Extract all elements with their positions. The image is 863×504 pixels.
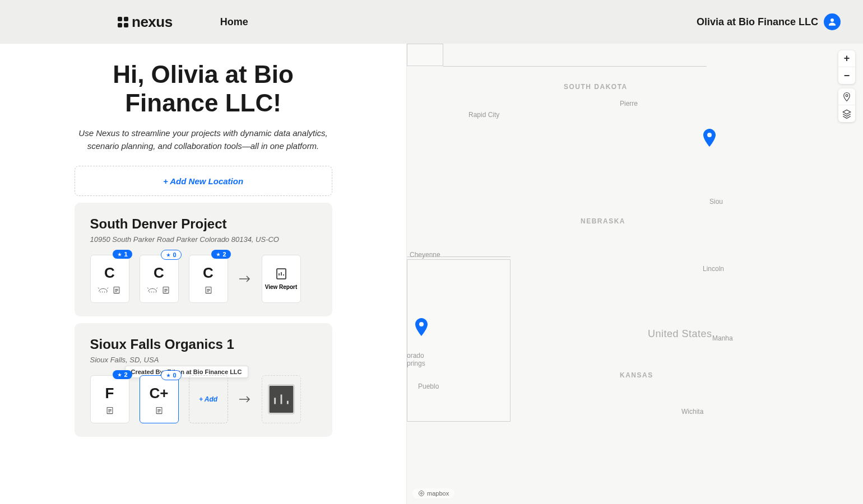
brand-text: nexus	[132, 13, 173, 31]
map-label: KANSAS	[620, 371, 653, 379]
star-badge: 2	[113, 370, 132, 379]
map-pin[interactable]	[415, 318, 428, 336]
grade: C	[104, 264, 115, 282]
map-label: Siou	[709, 198, 723, 206]
grade: C+	[150, 385, 169, 402]
map-label: orado prings	[407, 352, 425, 367]
greeting: Hi, Olivia at Bio Finance LLC!	[75, 60, 332, 117]
report-icon	[111, 286, 122, 294]
map-label: NEBRASKA	[581, 217, 625, 225]
map-attribution[interactable]: mapbox	[412, 488, 454, 498]
cards-row: 1 C 0 C	[90, 255, 317, 303]
arrow-right-icon	[238, 395, 252, 404]
score-card[interactable]: 2 C	[189, 255, 228, 303]
zoom-out-button[interactable]: −	[838, 67, 855, 84]
score-card[interactable]: 1 C	[90, 255, 129, 303]
map-controls: + −	[838, 50, 855, 122]
star-badge: 2	[211, 250, 230, 259]
project-title: Sioux Falls Organics 1	[90, 337, 317, 352]
svg-rect-2	[163, 287, 169, 293]
report-icon	[154, 407, 165, 414]
card-icons	[154, 407, 165, 414]
grade: C	[203, 264, 214, 282]
report-chart-icon	[262, 380, 300, 418]
arrow-right-icon	[238, 274, 252, 283]
nav-home[interactable]: Home	[220, 16, 248, 28]
map[interactable]: SOUTH DAKOTA NEBRASKA KANSAS United Stat…	[406, 44, 863, 504]
project-address: Sioux Falls, SD, USA	[90, 356, 317, 364]
header-user[interactable]: Olivia at Bio Finance LLC	[697, 13, 841, 30]
map-background: SOUTH DAKOTA NEBRASKA KANSAS United Stat…	[407, 44, 863, 504]
avatar-icon[interactable]	[824, 13, 841, 30]
empty-report-card	[262, 375, 301, 423]
report-chart-icon	[275, 267, 288, 281]
svg-rect-6	[156, 407, 162, 413]
cow-icon	[147, 286, 158, 294]
star-badge: 0	[161, 370, 181, 380]
project-card: Sioux Falls Organics 1 Sioux Falls, SD, …	[75, 323, 332, 437]
locate-button[interactable]	[838, 88, 855, 105]
header: nexus Home Olivia at Bio Finance LLC	[0, 0, 863, 44]
cards-row: 2 F 0 C+	[90, 375, 317, 423]
left-panel: Hi, Olivia at Bio Finance LLC! Use Nexus…	[0, 44, 406, 504]
card-icons	[98, 286, 122, 294]
svg-rect-5	[107, 407, 113, 413]
grade: F	[105, 385, 114, 402]
subtitle: Use Nexus to streamline your projects wi…	[75, 127, 332, 152]
add-location-button[interactable]: + Add New Location	[75, 166, 332, 196]
project-title: South Denver Project	[90, 216, 317, 232]
project-address: 10950 South Parker Road Parker Colorado …	[90, 235, 317, 244]
view-report-button[interactable]: View Report	[262, 255, 301, 303]
map-pin[interactable]	[703, 129, 716, 147]
grade: C	[154, 264, 164, 282]
score-card[interactable]: 0 C+	[140, 375, 179, 423]
score-card[interactable]: 0 C	[140, 255, 179, 303]
svg-point-9	[419, 491, 424, 496]
map-label: SOUTH DAKOTA	[564, 83, 628, 91]
report-icon	[160, 286, 171, 294]
zoom-in-button[interactable]: +	[838, 50, 855, 67]
card-icons	[203, 286, 214, 294]
map-label: Rapid City	[468, 111, 499, 119]
star-badge: 0	[161, 250, 181, 260]
card-icons	[104, 407, 115, 414]
map-label: Pierre	[620, 100, 638, 108]
layers-button[interactable]	[838, 105, 855, 122]
score-card[interactable]: 2 F	[90, 375, 129, 423]
map-label: Lincoln	[703, 265, 724, 273]
brand-logo[interactable]: nexus	[118, 13, 173, 31]
project-card: South Denver Project 10950 South Parker …	[75, 203, 332, 316]
map-label: Pueblo	[418, 382, 439, 390]
user-label: Olivia at Bio Finance LLC	[697, 16, 818, 28]
svg-point-0	[830, 18, 834, 22]
logo-dots-icon	[118, 17, 128, 27]
report-icon	[104, 407, 115, 414]
svg-point-8	[846, 94, 848, 96]
report-icon	[203, 286, 214, 294]
map-label: United States	[648, 328, 712, 340]
svg-point-10	[421, 493, 423, 494]
add-card-button[interactable]: + Add	[189, 375, 228, 423]
map-label: Wichita	[681, 408, 703, 416]
map-label: Manha	[712, 334, 733, 342]
cow-icon	[98, 286, 109, 294]
map-label: Cheyenne	[410, 251, 440, 259]
card-icons	[147, 286, 171, 294]
star-badge: 1	[113, 250, 132, 259]
svg-rect-3	[206, 287, 211, 293]
svg-rect-1	[114, 287, 119, 293]
